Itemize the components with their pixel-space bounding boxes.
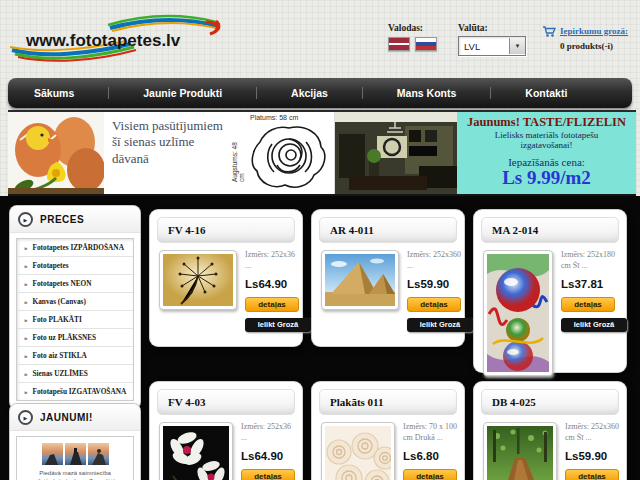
- sidebar-item-foto-aiz-stikla[interactable]: »Foto aiz STIKLA: [17, 347, 133, 365]
- news-thumbnails[interactable]: [17, 443, 133, 465]
- product-image-forest-path[interactable]: [483, 422, 557, 480]
- product-card: DB 4-025 Izmēr: [474, 382, 626, 480]
- product-title[interactable]: MA 2-014: [481, 217, 619, 243]
- promo-banner: Visiem pasūtījumiem šī sienas uzlīme dāv…: [8, 110, 636, 196]
- category-label: Kanvas (Canvas): [33, 297, 86, 306]
- sidebar-item-sienas-uzlimes[interactable]: »Sienas UZLĪMES: [17, 365, 133, 383]
- nav-separator: [490, 87, 491, 99]
- nav-separator: [362, 87, 363, 99]
- sidebar-item-foto-uz-plaksnes[interactable]: »Foto uz PLĀKSNES: [17, 329, 133, 347]
- nav-separator: [108, 87, 109, 99]
- categories-list: »Fototapetes IZPĀRDOŠANA »Fototapetes »F…: [16, 238, 134, 401]
- product-price: Ls59.90: [565, 450, 627, 462]
- sidebar-item-foto-plakati[interactable]: »Foto PLAKĀTI: [17, 311, 133, 329]
- russian-flag-icon[interactable]: [415, 37, 437, 51]
- details-button[interactable]: detaļas: [565, 469, 619, 480]
- details-button[interactable]: detaļas: [241, 469, 295, 480]
- nav-item-mans-konts[interactable]: Mans Konts: [397, 87, 457, 99]
- sidebar-item-fototapetes[interactable]: »Fototapetes: [17, 257, 133, 275]
- product-size: Izmērs: 252x36 ...: [241, 422, 303, 444]
- double-arrow-icon: »: [24, 370, 28, 378]
- size-line: ...: [407, 261, 413, 270]
- product-size: Izmērs: 252x36 ...: [245, 250, 307, 272]
- product-card: AR 4-011 Izmērs: 252x360 ...: [312, 210, 464, 346]
- add-to-cart-button[interactable]: Ielikt Grozā: [245, 318, 311, 332]
- details-button[interactable]: detaļas: [403, 469, 457, 480]
- details-button[interactable]: detaļas: [245, 297, 299, 312]
- sidebar-item-fototapetes-izpardosana[interactable]: »Fototapetes IZPĀRDOŠANA: [17, 239, 133, 257]
- product-card: FV 4-16 Izmērs: 252x36 ... Ls: [150, 210, 302, 346]
- nav-item-akcijas[interactable]: Akcijas: [291, 87, 328, 99]
- news-title: JAUNUMI!: [40, 412, 93, 423]
- product-price: Ls6.80: [403, 450, 465, 462]
- product-title[interactable]: Plakāts 011: [319, 389, 457, 415]
- cart-link[interactable]: Iepirkumu grozā:: [560, 26, 628, 36]
- size-line: Izmērs: 252x360: [565, 422, 619, 431]
- category-label: Fototapetes IZPĀRDOŠANA: [33, 243, 124, 252]
- site-logo[interactable]: www.fototapetes.lv: [10, 14, 225, 64]
- product-title[interactable]: FV 4-16: [157, 217, 295, 243]
- sidebar-item-kanvas[interactable]: »Kanvas (Canvas): [17, 293, 133, 311]
- sidebar-item-fototapesu-izgatavosana[interactable]: »Fototapešu IZGATAVOŠANA: [17, 383, 133, 400]
- main-nav: Sākums Jaunie Produkti Akcijas Mans Kont…: [8, 78, 632, 108]
- product-size: Izmērs: 252x360 ...: [407, 250, 469, 272]
- double-arrow-icon: »: [24, 316, 28, 324]
- product-image-dandelion[interactable]: [159, 250, 237, 310]
- category-label: Foto aiz STIKLA: [33, 351, 87, 360]
- product-title[interactable]: DB 4-025: [481, 389, 619, 415]
- category-label: Fototapetes: [33, 261, 69, 270]
- flizelin-promo[interactable]: Jaunums! TASTE/FLIZELIN Lielisks materiā…: [457, 112, 636, 194]
- news-caption: Piedāvā mazā saimniecība spilgtās krāsās…: [17, 469, 133, 480]
- product-price: Ls64.90: [241, 450, 303, 462]
- promo-subline-1: Lielisks materiāls fototapešu: [457, 130, 636, 140]
- cart-icon[interactable]: [542, 26, 556, 38]
- double-arrow-icon: »: [24, 280, 28, 288]
- chevron-down-icon[interactable]: ▼: [509, 38, 525, 54]
- sticker-height-label: Augstums: 48 cm: [231, 136, 245, 182]
- sidebar-item-fototapetes-neon[interactable]: »Fototapetes NEON: [17, 275, 133, 293]
- size-line: Izmērs: 252x36: [245, 250, 295, 259]
- details-button[interactable]: detaļas: [407, 297, 461, 312]
- nav-item-jaunie-produkti[interactable]: Jaunie Produkti: [143, 87, 222, 99]
- currency-block: Valūta: LVL ▼: [458, 23, 526, 56]
- currency-label: Valūta:: [458, 23, 526, 33]
- product-price: Ls37.81: [561, 278, 623, 290]
- languages-label: Valodas:: [388, 23, 437, 33]
- double-arrow-icon: »: [24, 352, 28, 360]
- category-label: Foto PLAKĀTI: [33, 315, 82, 324]
- product-image-cream-roses[interactable]: [321, 422, 395, 480]
- size-line: ...: [241, 433, 247, 442]
- language-block: Valodas:: [388, 23, 437, 51]
- cart-block: Iepirkumu grozā: 0 produkts(-i): [542, 26, 638, 51]
- size-line: Izmērs: 252x180: [561, 250, 615, 259]
- product-size: Izmērs: 252x180 cm Šī ...: [561, 250, 623, 272]
- category-label: Sienas UZLĪMES: [33, 369, 88, 378]
- product-image-orchids[interactable]: [159, 422, 233, 480]
- page: www.fototapetes.lv Valodas: Valūta: LVL …: [0, 0, 640, 480]
- product-title[interactable]: FV 4-03: [157, 389, 295, 415]
- rose-sticker-image: [248, 124, 330, 192]
- product-size: Izmērs: 70 x 100 cm Drukā ...: [403, 422, 465, 444]
- currency-select[interactable]: LVL ▼: [458, 36, 526, 56]
- add-to-cart-button[interactable]: Ielikt Grozā: [407, 318, 473, 332]
- cart-count: 0 produkts(-i): [560, 41, 638, 51]
- product-image-abstract[interactable]: [483, 250, 553, 376]
- news-header: ▶ JAUNUMI!: [10, 404, 140, 431]
- promo-headline: Jaunums! TASTE/FLIZELIN: [457, 115, 636, 130]
- news-thumb-sunset-3: [88, 443, 109, 465]
- nav-item-kontakti[interactable]: Kontakti: [525, 87, 567, 99]
- category-label: Fototapešu IZGATAVOŠANA: [33, 387, 127, 396]
- add-to-cart-button[interactable]: Ielikt Grozā: [561, 318, 627, 332]
- product-image-pyramids[interactable]: [321, 250, 399, 310]
- nav-item-sakums[interactable]: Sākums: [34, 87, 74, 99]
- play-icon: ▶: [18, 410, 33, 425]
- latvian-flag-icon[interactable]: [388, 37, 410, 51]
- product-title[interactable]: AR 4-011: [319, 217, 457, 243]
- double-arrow-icon: »: [24, 244, 28, 252]
- details-button[interactable]: detaļas: [561, 297, 615, 312]
- news-thumb-sunset-1: [42, 443, 63, 465]
- sticker-width-label: Platums: 58 cm: [250, 114, 298, 121]
- size-line: cm Šī ...: [565, 433, 591, 442]
- news-box: ▶ JAUNUMI! Piedāvā mazā saimniecība spil…: [10, 404, 140, 480]
- logo-text[interactable]: www.fototapetes.lv: [26, 31, 180, 51]
